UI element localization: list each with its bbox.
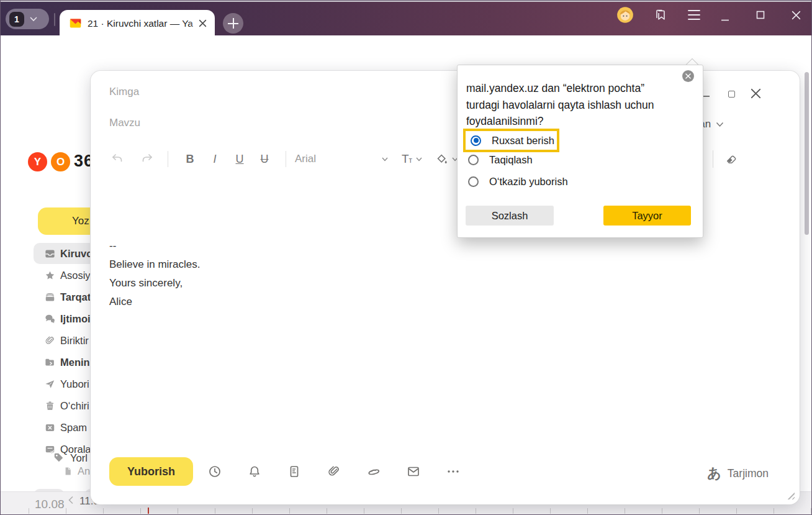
dialog-message-line: mail.yandex.uz dan “elektron pochta” [466,80,654,97]
yandex-mail-favicon [69,17,82,30]
close-icon[interactable] [792,11,801,20]
attach-file-icon[interactable] [327,464,341,479]
menu-icon[interactable] [687,9,701,21]
redo-icon[interactable] [139,152,154,166]
radio-skip[interactable] [468,176,479,187]
chevron-down-icon [30,17,37,22]
labels-label: Yorl [70,452,88,464]
dialog-message-line: turdagi havolalarni qayta ishlash uchun [466,97,654,114]
chat-bubbles-icon [44,313,56,325]
dialog-close-icon[interactable] [682,70,694,82]
send-button-label: Yuborish [127,465,175,478]
folder-label: Spam [60,422,87,434]
new-tab-button[interactable] [223,13,243,34]
dialog-message: mail.yandex.uz dan “elektron pochta” tur… [466,80,654,130]
template-icon[interactable] [287,464,302,479]
message-body[interactable]: -- Believe in miracles. Yours sincerely,… [109,237,200,311]
yandex360-logo-y: Y [28,152,47,171]
formatting-toolbar: B I U U Arial T т [111,149,474,169]
yandex-disk-icon[interactable] [366,464,381,479]
chevron-down-icon [716,122,724,127]
radio-allow[interactable] [471,135,481,146]
folder-label: Menin [60,357,90,368]
toolbar-divider [168,151,168,167]
maximize-icon[interactable] [756,11,765,19]
compose-close-icon[interactable] [751,88,761,99]
body-line: Alice [109,293,200,311]
compose-bottom-toolbar [207,464,461,479]
undo-icon[interactable] [111,152,125,166]
tab-group-count: 1 [14,14,19,24]
chevron-down-icon [416,157,422,162]
trash-icon [44,400,56,412]
settings-button-label: Sozlash [492,210,528,222]
option-block[interactable]: Taqiqlash [468,154,533,166]
tab-group-button[interactable]: 1 [6,9,49,29]
spam-icon [44,422,56,434]
browser-tab[interactable]: 21 · Kiruvchi xatlar — Ya [60,10,215,37]
permission-dialog: mail.yandex.uz dan “elektron pochta” tur… [457,65,703,238]
folder-arrow-icon [44,357,56,368]
topbar-divider [54,13,55,26]
tab-group-count-badge: 1 [9,12,24,27]
minimize-icon[interactable] [721,13,729,22]
strikethrough-button[interactable]: U [252,153,277,166]
paint-bucket-icon [436,153,448,165]
font-size-select[interactable]: T т [402,152,422,166]
page-scrollbar[interactable] [805,72,809,235]
font-family-select[interactable]: Arial [295,153,388,165]
underline-button[interactable]: U [227,153,252,166]
folder-label: Yubori [60,378,89,390]
radio-skip-label: O‘tkazib yuborish [489,176,568,188]
folder-label: Biriktir [60,335,89,347]
timeline-now-marker [148,508,149,514]
browser-window: 1 21 · Kiruvchi xatlar — Ya [0,0,812,515]
compose-button-label: Yoz [72,215,89,227]
body-line: Believe in miracles. [109,255,200,274]
compose-to-field[interactable]: Kimga [109,86,139,98]
font-size-label-big: T [402,152,409,166]
bold-button[interactable]: B [178,153,202,166]
compose-expand-icon[interactable] [728,91,735,98]
bookmarks-flag-icon[interactable] [653,7,668,22]
translator-button[interactable]: あ Tarjimon [707,464,769,483]
tab-close-icon[interactable] [199,19,207,27]
inbox-icon [44,248,56,260]
option-skip[interactable]: O‘tkazib yuborish [468,176,568,188]
translator-glyph-icon: あ [707,464,721,483]
folder-label: Asosiy [60,270,91,281]
file-icon [63,466,73,476]
mail-stack-icon [44,291,56,303]
chevron-left-icon[interactable] [68,496,74,504]
radio-allow-label: Ruxsat berish [492,135,554,147]
send-button[interactable]: Yuborish [109,457,193,486]
compose-subject-field[interactable]: Mavzu [109,117,140,129]
attach-from-mail-icon[interactable] [406,464,421,479]
paperclip-icon [44,335,56,347]
mail-page: Y O 36 Yoz Kiruvc Asosiy [1,70,811,515]
star-icon [44,270,56,281]
avatar[interactable] [616,6,634,24]
eraser-icon[interactable] [725,152,739,166]
tab-title: 21 · Kiruvchi xatlar — Ya [88,18,193,29]
resize-handle-icon[interactable] [786,491,795,499]
yandex360-logo-o: O [51,152,70,171]
browser-topbar: 1 21 · Kiruvchi xatlar — Ya [1,1,811,35]
fill-color-button[interactable] [436,153,458,165]
settings-button[interactable]: Sozlash [466,206,554,226]
highlight-box: Ruxsat berish [463,129,559,152]
notify-icon[interactable] [247,464,262,479]
body-line: Yours sincerely, [109,274,200,293]
done-button-label: Tayyor [632,210,662,222]
translator-label: Tarjimon [728,467,769,480]
radio-block-label: Taqiqlash [489,154,533,166]
paper-plane-icon [44,378,56,390]
font-size-label-small: т [409,156,413,165]
italic-button[interactable]: I [202,153,227,166]
more-options-icon[interactable] [446,464,461,479]
done-button[interactable]: Tayyor [603,206,691,226]
font-family-value: Arial [295,153,316,165]
folder-label: Ijtimoi [60,313,91,325]
schedule-send-icon[interactable] [207,464,222,479]
radio-block[interactable] [468,155,479,165]
